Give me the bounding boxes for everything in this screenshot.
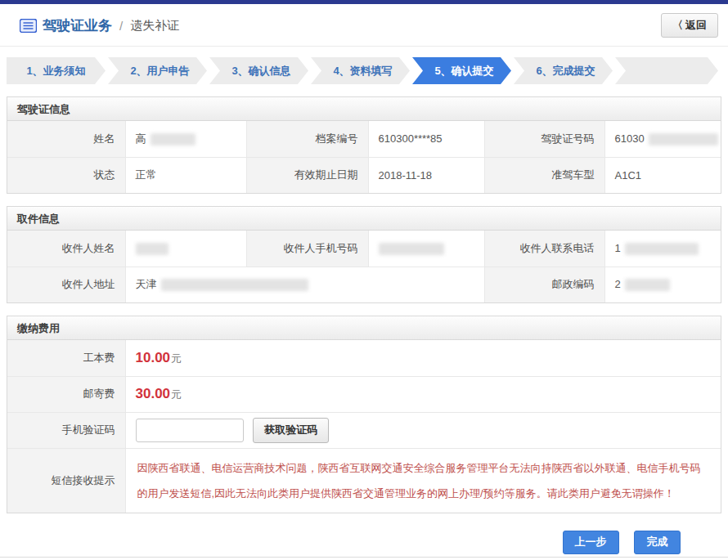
back-button-label: 返回 bbox=[685, 18, 707, 33]
step-label: 4、资料填写 bbox=[333, 64, 392, 78]
chevron-left-icon: 〈 bbox=[672, 18, 683, 33]
field-label: 邮寄费 bbox=[7, 376, 125, 412]
field-label: 手机验证码 bbox=[7, 412, 125, 448]
field-label: 姓名 bbox=[7, 121, 125, 157]
step-6-complete: 6、完成提交 bbox=[514, 57, 613, 84]
field-value: 61030 bbox=[604, 121, 721, 157]
field-value-text: 61030 bbox=[615, 132, 645, 145]
field-value bbox=[125, 231, 246, 267]
table-row: 姓名 高 档案编号 610300****85 驾驶证号码 61030 bbox=[7, 121, 721, 157]
pickup-info-section: 取件信息 收件人姓名 收件人手机号码 收件人联系电话 1 收件人地址 天津 邮政… bbox=[7, 206, 721, 303]
section-title: 缴纳费用 bbox=[7, 316, 721, 340]
field-value: 高 bbox=[125, 121, 246, 157]
redacted-blur bbox=[625, 243, 699, 255]
page-title: 驾驶证业务 bbox=[43, 16, 112, 35]
sms-code-input[interactable] bbox=[136, 419, 244, 442]
page-header: 驾驶证业务 / 遗失补证 〈 返回 bbox=[0, 4, 728, 46]
table-row: 状态 正常 有效期止日期 2018-11-18 准驾车型 A1C1 bbox=[7, 157, 721, 193]
license-info-table: 姓名 高 档案编号 610300****85 驾驶证号码 61030 状态 正常… bbox=[7, 121, 721, 193]
field-value-text: A1C1 bbox=[615, 169, 642, 181]
step-5-confirm-submit: 5、确认提交 bbox=[412, 57, 511, 84]
previous-step-button[interactable]: 上一步 bbox=[563, 531, 619, 554]
field-value bbox=[368, 231, 484, 267]
field-value: 1 bbox=[604, 231, 721, 267]
field-value-text: 610300****85 bbox=[379, 132, 443, 145]
field-value-text: 2 bbox=[615, 278, 621, 290]
fee-amount: 10.00 bbox=[136, 350, 171, 365]
field-value-text: 高 bbox=[136, 132, 146, 145]
fee-value: 30.00元 bbox=[125, 376, 721, 412]
table-row: 收件人地址 天津 邮政编码 2 bbox=[7, 267, 721, 302]
table-row: 收件人姓名 收件人手机号码 收件人联系电话 1 bbox=[7, 231, 721, 267]
redacted-blur bbox=[625, 279, 670, 291]
back-button[interactable]: 〈 返回 bbox=[661, 13, 718, 38]
fees-section: 缴纳费用 工本费 10.00元 邮寄费 30.00元 手机验证码 获取验证码 短… bbox=[7, 316, 721, 513]
field-label: 档案编号 bbox=[246, 121, 368, 157]
field-label: 收件人地址 bbox=[7, 267, 125, 302]
field-value-text: 天津 bbox=[136, 278, 157, 290]
step-wizard: 1、业务须知 2、用户申告 3、确认信息 4、资料填写 5、确认提交 6、完成提… bbox=[7, 57, 721, 84]
page: 驾驶证业务 / 遗失补证 〈 返回 1、业务须知 2、用户申告 3、确认信息 4… bbox=[0, 0, 728, 560]
field-label: 准驾车型 bbox=[484, 157, 604, 193]
field-value: 天津 bbox=[125, 267, 484, 302]
redacted-blur bbox=[151, 133, 195, 146]
table-row: 邮寄费 30.00元 bbox=[7, 376, 721, 412]
breadcrumb-separator: / bbox=[119, 19, 123, 33]
field-value-text: 1 bbox=[615, 242, 621, 254]
field-label: 短信接收提示 bbox=[7, 448, 125, 513]
field-label: 收件人联系电话 bbox=[484, 231, 604, 267]
redacted-blur bbox=[161, 279, 308, 291]
redacted-blur bbox=[379, 243, 444, 255]
form-actions: 上一步 完成 bbox=[0, 531, 681, 554]
get-verification-code-button[interactable]: 获取验证码 bbox=[253, 418, 329, 443]
field-label: 收件人手机号码 bbox=[246, 231, 368, 267]
sms-code-cell: 获取验证码 bbox=[125, 412, 721, 448]
field-value: 610300****85 bbox=[368, 121, 484, 157]
sms-notice-cell: 因陕西省联通、电信运营商技术问题，陕西省互联网交通安全综合服务管理平台无法向持陕… bbox=[125, 448, 721, 513]
step-3-confirm-info: 3、确认信息 bbox=[209, 57, 308, 84]
finish-button[interactable]: 完成 bbox=[634, 531, 681, 554]
step-4-fill-data: 4、资料填写 bbox=[311, 57, 410, 84]
field-label: 有效期止日期 bbox=[246, 157, 368, 193]
redacted-blur bbox=[649, 133, 718, 146]
field-label: 收件人姓名 bbox=[7, 231, 125, 267]
step-label: 5、确认提交 bbox=[434, 64, 493, 78]
page-subtitle: 遗失补证 bbox=[130, 18, 179, 34]
step-label: 3、确认信息 bbox=[231, 64, 290, 78]
field-value: 2 bbox=[604, 267, 721, 302]
section-title: 驾驶证信息 bbox=[7, 97, 721, 121]
footer-divider bbox=[0, 557, 728, 558]
fee-value: 10.00元 bbox=[125, 340, 721, 376]
pickup-info-table: 收件人姓名 收件人手机号码 收件人联系电话 1 收件人地址 天津 邮政编码 2 bbox=[7, 231, 721, 302]
fee-amount: 30.00 bbox=[136, 386, 171, 401]
field-value-text: 2018-11-18 bbox=[379, 169, 433, 181]
table-row: 短信接收提示 因陕西省联通、电信运营商技术问题，陕西省互联网交通安全综合服务管理… bbox=[7, 448, 721, 513]
step-label: 2、用户申告 bbox=[130, 64, 189, 78]
step-2-declaration: 2、用户申告 bbox=[108, 57, 207, 84]
list-icon bbox=[20, 19, 37, 33]
field-value: 正常 bbox=[125, 157, 246, 193]
field-label: 工本费 bbox=[7, 340, 125, 376]
field-label: 状态 bbox=[7, 157, 125, 193]
field-value: A1C1 bbox=[604, 157, 721, 193]
header-divider bbox=[0, 46, 728, 47]
fee-unit: 元 bbox=[171, 352, 182, 365]
section-title: 取件信息 bbox=[7, 207, 721, 231]
redacted-blur bbox=[136, 243, 169, 255]
step-label: 6、完成提交 bbox=[536, 64, 595, 78]
table-row: 工本费 10.00元 bbox=[7, 340, 721, 376]
field-label: 邮政编码 bbox=[484, 267, 604, 302]
sms-notice-text: 因陕西省联通、电信运营商技术问题，陕西省互联网交通安全综合服务管理平台无法向持陕… bbox=[137, 462, 701, 500]
fee-unit: 元 bbox=[171, 388, 182, 401]
step-bar-filler bbox=[615, 57, 718, 84]
fees-table: 工本费 10.00元 邮寄费 30.00元 手机验证码 获取验证码 短信接收提示… bbox=[7, 340, 721, 513]
field-label: 驾驶证号码 bbox=[484, 121, 604, 157]
field-value-text: 正常 bbox=[136, 168, 157, 181]
step-label: 1、业务须知 bbox=[26, 64, 85, 78]
field-value: 2018-11-18 bbox=[368, 157, 484, 193]
breadcrumb: 驾驶证业务 / 遗失补证 bbox=[20, 16, 179, 35]
table-row: 手机验证码 获取验证码 bbox=[7, 412, 721, 448]
step-1-notice: 1、业务须知 bbox=[7, 57, 106, 84]
license-info-section: 驾驶证信息 姓名 高 档案编号 610300****85 驾驶证号码 61030… bbox=[7, 96, 721, 194]
